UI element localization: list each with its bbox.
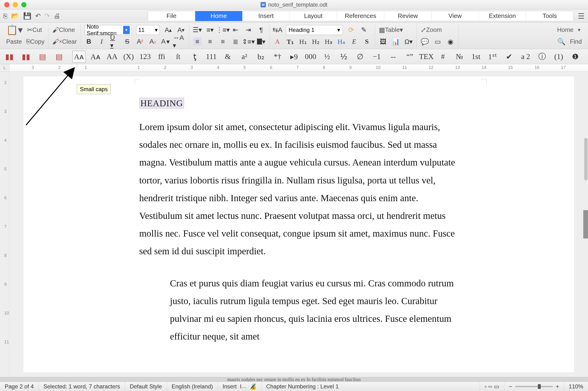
- italic-button[interactable]: I: [97, 37, 106, 46]
- vertical-ruler[interactable]: 234567891011: [0, 72, 9, 377]
- paste-icon[interactable]: 📋▾: [6, 24, 23, 35]
- maximize-window-button[interactable]: [21, 2, 26, 7]
- print-icon[interactable]: 🖨: [54, 12, 60, 20]
- signature-icon[interactable]: 🔏: [249, 383, 256, 390]
- align-left-button[interactable]: ≡: [193, 37, 202, 46]
- minimize-window-button[interactable]: [13, 2, 18, 7]
- heading-text[interactable]: HEADING: [139, 98, 184, 109]
- tab-extension[interactable]: Extension: [479, 11, 526, 21]
- tab-layout[interactable]: Layout: [290, 11, 337, 21]
- tab-review[interactable]: Review: [384, 11, 432, 21]
- chevron-down-icon[interactable]: ▾: [578, 27, 581, 33]
- chevron-down-icon[interactable]: ▾: [123, 26, 130, 34]
- horizontal-ruler[interactable]: L 3211234567891011121314151617: [0, 64, 588, 72]
- typography-tool[interactable]: ❶: [569, 51, 582, 63]
- typography-tool[interactable]: #: [436, 51, 449, 63]
- formatting-marks-icon[interactable]: ¶: [257, 26, 265, 34]
- sidebar-toggle[interactable]: [583, 210, 588, 238]
- h2-style-icon[interactable]: H₂: [311, 37, 320, 46]
- justify-button[interactable]: ≣: [231, 37, 240, 46]
- typography-tool[interactable]: 1ˢᵗ: [486, 51, 499, 63]
- typography-tool[interactable]: ſt: [171, 51, 185, 63]
- strong-style-icon[interactable]: S: [363, 37, 371, 46]
- edit-style-icon[interactable]: ✎: [360, 26, 368, 34]
- find-label[interactable]: Find: [570, 38, 582, 45]
- title-style-icon[interactable]: T₁: [286, 37, 294, 46]
- font-name-combo[interactable]: Noto Serif:smcp= ▾: [85, 25, 132, 35]
- typography-tool[interactable]: *†: [271, 51, 284, 63]
- open-icon[interactable]: 📂: [11, 12, 19, 20]
- para-color-button[interactable]: ▾: [257, 37, 265, 46]
- typography-tool[interactable]: a 2: [519, 51, 532, 63]
- tab-view[interactable]: View: [432, 11, 479, 21]
- find-icon[interactable]: 🔍: [557, 37, 566, 46]
- typography-tool[interactable]: 000: [304, 51, 317, 63]
- typography-tool[interactable]: 123: [139, 51, 152, 63]
- style-preview-icon[interactable]: ▤: [36, 51, 49, 63]
- tab-home[interactable]: Home: [195, 11, 243, 21]
- style-preview-icon[interactable]: ▮▮: [3, 51, 16, 63]
- style-preview-icon[interactable]: ▮▮: [19, 51, 33, 63]
- headers-icon[interactable]: ▭: [434, 37, 442, 46]
- align-center-button[interactable]: ≡: [206, 37, 214, 46]
- body-paragraph-1[interactable]: Lorem ipsum dolor sit amet, consectetur …: [139, 118, 458, 260]
- close-window-button[interactable]: [4, 2, 9, 7]
- typography-tool[interactable]: ƫ: [188, 51, 201, 63]
- status-page[interactable]: Page 2 of 4: [0, 382, 39, 391]
- hamburger-menu-icon[interactable]: ☰: [578, 11, 585, 20]
- align-right-button[interactable]: ≡: [219, 37, 227, 46]
- zoom-button[interactable]: ⤢ Zoom: [421, 26, 442, 34]
- home-dropdown[interactable]: Home: [557, 26, 573, 33]
- typography-tool[interactable]: №: [453, 51, 466, 63]
- chevron-down-icon[interactable]: ▾: [337, 27, 340, 33]
- status-zoom[interactable]: 110%: [564, 382, 588, 391]
- undo-icon[interactable]: ↶: [35, 12, 41, 20]
- clone-icon[interactable]: 🖌 Clone: [52, 26, 75, 34]
- body-paragraph-2[interactable]: Cras et purus quis diam feugiat varius e…: [170, 274, 458, 345]
- typography-tool[interactable]: Aᴀ: [89, 51, 102, 63]
- page[interactable]: HEADING Lorem ipsum dolor sit amet, cons…: [23, 77, 574, 372]
- zoom-out-button[interactable]: −: [509, 383, 512, 390]
- typography-tool[interactable]: &: [221, 51, 234, 63]
- typography-tool[interactable]: ⅟₂: [337, 51, 350, 63]
- insert-chart-icon[interactable]: 📊: [392, 37, 400, 46]
- save-icon[interactable]: 💾: [23, 12, 31, 20]
- typography-tool[interactable]: ∅: [354, 51, 367, 63]
- h1-style-icon[interactable]: H₁: [299, 37, 307, 46]
- numbering-button[interactable]: ≡▾: [206, 26, 214, 34]
- clear-icon[interactable]: 🖌× Clear: [52, 38, 77, 46]
- font-size-combo[interactable]: 11 ▾: [136, 25, 160, 35]
- outline-button[interactable]: ⋮≡▾: [219, 26, 227, 34]
- status-style[interactable]: Default Style: [125, 382, 167, 391]
- typography-tool[interactable]: AA: [105, 51, 119, 63]
- style-preview-icon[interactable]: ▤: [52, 51, 66, 63]
- emphasis-style-icon[interactable]: E: [350, 37, 358, 46]
- tab-file[interactable]: File: [148, 11, 195, 21]
- text-direction-icon[interactable]: ⇆A: [273, 26, 282, 34]
- highlight-button[interactable]: A▾: [161, 37, 170, 46]
- outdent-button[interactable]: ⇤: [231, 26, 240, 34]
- typography-tool[interactable]: 1st: [469, 51, 483, 63]
- tab-insert[interactable]: Insert: [243, 11, 290, 21]
- typography-tool[interactable]: ffi: [155, 51, 168, 63]
- typography-tool[interactable]: “”: [403, 51, 417, 63]
- strike-button[interactable]: S: [123, 37, 132, 46]
- table-button[interactable]: ▦ Table ▾: [379, 26, 403, 34]
- update-style-icon[interactable]: ⟳: [347, 26, 355, 34]
- chevron-down-icon[interactable]: ▾: [155, 27, 158, 33]
- redo-icon[interactable]: ↷: [44, 12, 50, 20]
- zoom-in-button[interactable]: +: [556, 383, 559, 390]
- typography-tool[interactable]: ⓘ: [585, 51, 588, 63]
- insert-symbol-icon[interactable]: Ω▾: [404, 37, 413, 46]
- comment-icon[interactable]: 💬: [421, 37, 429, 46]
- paragraph-style-combo[interactable]: Heading 1 ▾: [286, 25, 343, 35]
- typography-tool[interactable]: b₂: [254, 51, 268, 63]
- superscript-button[interactable]: A²: [136, 37, 144, 46]
- scrollbar-thumb[interactable]: [584, 138, 588, 180]
- track-changes-icon[interactable]: ◉: [446, 37, 455, 46]
- char-spacing-button[interactable]: ↔A ▾: [174, 37, 182, 46]
- cut-icon[interactable]: ✂ Cut: [27, 26, 42, 34]
- decrease-font-icon[interactable]: A▾: [177, 26, 185, 34]
- indent-button[interactable]: ⇥: [244, 26, 253, 34]
- new-doc-icon[interactable]: ⎘: [3, 12, 7, 20]
